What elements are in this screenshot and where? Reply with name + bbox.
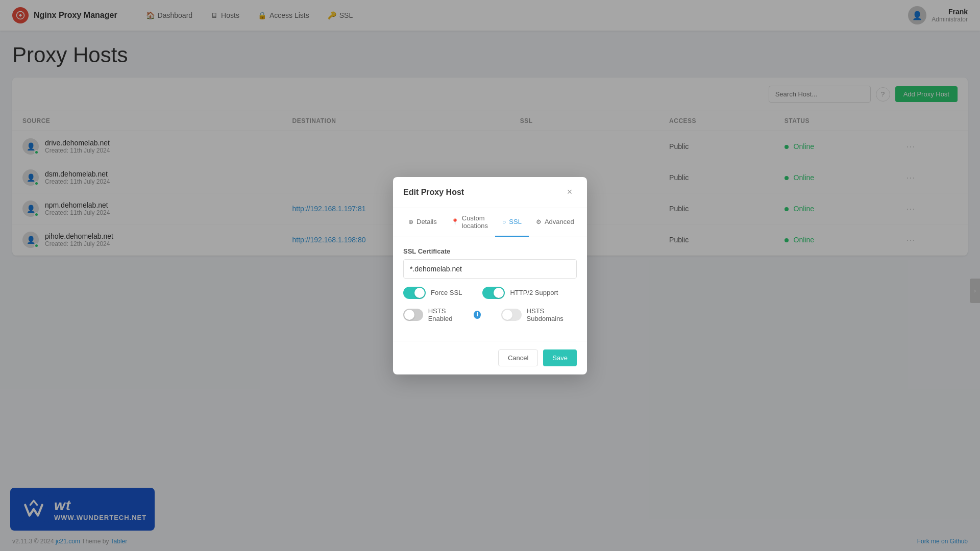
force-ssl-toggle[interactable] [403,287,426,299]
http2-toggle-item: HTTP/2 Support [482,287,558,299]
tab-details[interactable]: ⊕ Details [401,208,444,237]
hsts-toggle[interactable] [403,309,423,321]
modal-title: Edit Proxy Host [403,188,464,197]
hsts-subdomains-knob [502,310,512,320]
advanced-tab-icon: ⚙ [536,218,542,226]
ssl-cert-label: SSL Certificate [403,247,577,255]
hsts-subdomains-toggle[interactable] [501,309,521,321]
hsts-subdomains-toggle-item: HSTS Subdomains [501,307,577,322]
tab-custom-locations[interactable]: 📍 Custom locations [444,208,495,237]
save-button[interactable]: Save [543,349,577,366]
toggles-row-1: Force SSL HTTP/2 Support [403,287,577,299]
modal-tabs: ⊕ Details 📍 Custom locations ○ SSL ⚙ Adv… [393,208,587,237]
tab-ssl-label: SSL [509,218,522,226]
force-ssl-knob [414,288,425,298]
tab-details-label: Details [416,218,437,226]
modal-body: SSL Certificate Force SSL HTTP/2 Support [393,237,587,341]
tab-ssl[interactable]: ○ SSL [495,208,529,237]
hsts-knob [404,310,414,320]
modal-overlay: Edit Proxy Host × ⊕ Details 📍 Custom loc… [0,0,980,551]
force-ssl-toggle-item: Force SSL [403,287,462,299]
hsts-label: HSTS Enabled [428,307,467,322]
tab-custom-locations-label: Custom locations [462,214,488,230]
http2-label: HTTP/2 Support [510,289,558,296]
ssl-certificate-input[interactable] [403,259,577,279]
http2-knob [494,288,504,298]
locations-tab-icon: 📍 [451,218,459,226]
modal-header: Edit Proxy Host × [393,177,587,208]
hsts-info-icon[interactable]: i [474,311,481,319]
edit-proxy-host-modal: Edit Proxy Host × ⊕ Details 📍 Custom loc… [393,177,587,374]
toggles-row-2: HSTS Enabled i HSTS Subdomains [403,307,577,322]
details-tab-icon: ⊕ [408,218,413,226]
force-ssl-label: Force SSL [431,289,462,296]
hsts-toggle-item: HSTS Enabled i [403,307,481,322]
http2-toggle[interactable] [482,287,505,299]
hsts-subdomains-label: HSTS Subdomains [527,307,577,322]
modal-close-button[interactable]: × [562,185,577,199]
tab-advanced[interactable]: ⚙ Advanced [529,208,581,237]
ssl-tab-icon: ○ [502,218,506,226]
tab-advanced-label: Advanced [545,218,574,226]
cancel-button[interactable]: Cancel [498,349,538,366]
modal-footer: Cancel Save [393,341,587,374]
